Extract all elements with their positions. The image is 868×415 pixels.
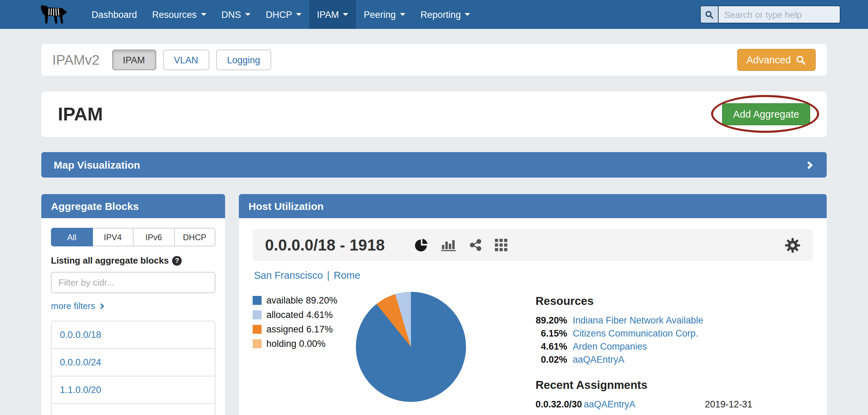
app-root: Dashboard Resources DNS DHCP IPAM Peerin…	[0, 0, 868, 415]
grid-icon[interactable]	[495, 239, 507, 251]
nav-item-dhcp[interactable]: DHCP	[258, 0, 309, 29]
chevron-right-icon	[98, 303, 104, 309]
chevron-down-icon	[245, 13, 251, 16]
resource-pct: 0.02%	[536, 354, 567, 365]
global-search	[700, 6, 840, 23]
bar-chart-icon[interactable]	[441, 239, 456, 251]
legend-pct: 6.17%	[306, 324, 333, 334]
page-title: IPAM	[58, 104, 103, 125]
tab-logging[interactable]: Logging	[216, 50, 271, 70]
nav-item-label: Resources	[152, 9, 197, 20]
nav-item-label: IPAM	[317, 9, 339, 20]
chevron-down-icon	[400, 13, 405, 16]
resource-pct: 4.61%	[536, 341, 567, 352]
recent-assignments-heading: Recent Assignments	[536, 379, 752, 392]
utilization-pie	[356, 292, 466, 402]
tab-vlan[interactable]: VLAN	[163, 50, 209, 70]
host-utilization-panel: Host Utilization 0.0.0.0/18 - 1918	[239, 194, 827, 415]
resource-link[interactable]: aaQAEntryA	[573, 354, 752, 365]
filter-dhcp[interactable]: DHCP	[174, 228, 215, 246]
assignment-cidr: 0.0.8.0/22	[536, 414, 578, 415]
location-link-san-franscisco[interactable]: San Franscisco	[254, 270, 323, 281]
aggregate-block-link[interactable]: 1.1.0.0/20	[52, 376, 215, 404]
host-utilization-body: 0.0.0.0/18 - 1918	[239, 218, 827, 415]
aggregate-blocks-header: Aggregate Blocks	[41, 194, 225, 218]
nav-item-label: Peering	[364, 9, 396, 20]
filter-ipv6[interactable]: IPv6	[134, 228, 174, 246]
legend-item: holding 0.00%	[253, 339, 356, 349]
cidr-filter-input[interactable]	[51, 272, 215, 293]
legend-pct: 0.00%	[299, 339, 326, 349]
recent-assignment-row: 0.0.32.0/30 aaQAEntryA 2019-12-31	[536, 399, 752, 409]
legend-label: holding	[266, 339, 296, 349]
share-icon[interactable]	[469, 239, 482, 251]
legend-pct: 4.61%	[306, 310, 333, 320]
aggregate-block-link[interactable]: 0.0.0.0/18	[52, 321, 215, 349]
resource-link[interactable]: Arden Companies	[573, 341, 752, 352]
zebra-logo-image	[39, 4, 67, 25]
map-visualization-label: Map Visualization	[54, 159, 140, 171]
nav-item-label: DHCP	[266, 9, 292, 20]
resources-column: Resources 89.20% Indiana Fiber Network A…	[536, 292, 752, 415]
resource-row: 4.61% Arden Companies	[536, 341, 752, 352]
search-input[interactable]	[719, 6, 840, 23]
listing-label: Listing all aggregate blocks ?	[51, 255, 215, 266]
legend-pct: 89.20%	[306, 295, 338, 306]
filter-ipv4[interactable]: IPV4	[93, 228, 134, 246]
location-link-rome[interactable]: Rome	[334, 270, 360, 281]
search-icon[interactable]	[701, 6, 719, 23]
recent-assignment-row: 0.0.8.0/22 Citizens Communication Corp. …	[536, 414, 752, 415]
aggregate-block-link[interactable]	[52, 404, 215, 415]
block-title: 0.0.0.0/18 - 1918	[265, 236, 385, 254]
nav-item-ipam[interactable]: IPAM	[309, 0, 356, 29]
gear-icon[interactable]	[785, 237, 801, 253]
pie-chart-icon[interactable]	[414, 238, 428, 252]
advanced-label: Advanced	[747, 54, 791, 65]
ipam-page-header: IPAM Add Aggregate	[41, 92, 827, 137]
nav-item-label: DNS	[221, 9, 241, 20]
add-aggregate-button[interactable]: Add Aggregate	[722, 103, 810, 125]
resource-pct: 89.20%	[536, 315, 567, 326]
assignment-link[interactable]: Citizens Communication Corp.	[584, 414, 699, 415]
pie-legend: available 89.20% allocated 4.61% assigne…	[253, 292, 356, 415]
legend-swatch	[253, 310, 262, 319]
ipamv2-toolbar: IPAMv2 IPAM VLAN Logging Advanced	[41, 44, 827, 76]
view-toggle-icons	[414, 238, 507, 252]
tab-ipam[interactable]: IPAM	[112, 50, 156, 70]
chevron-down-icon	[465, 13, 470, 16]
resource-row: 6.15% Citizens Communication Corp.	[536, 328, 752, 339]
more-filters-link[interactable]: more filters	[51, 301, 104, 311]
aggregate-blocks-panel: Aggregate Blocks All IPV4 IPv6 DHCP List…	[41, 194, 225, 415]
resource-link[interactable]: Indiana Fiber Network Available	[573, 315, 752, 326]
location-separator: |	[327, 270, 330, 281]
aggregate-filter-group: All IPV4 IPv6 DHCP	[51, 228, 215, 246]
main-nav: Dashboard Resources DNS DHCP IPAM Peerin…	[84, 0, 478, 29]
assignment-link[interactable]: aaQAEntryA	[584, 399, 699, 409]
legend-item: available 89.20%	[253, 295, 356, 306]
chevron-right-icon	[805, 161, 813, 169]
legend-item: allocated 4.61%	[253, 310, 356, 320]
block-title-strip: 0.0.0.0/18 - 1918	[253, 229, 813, 261]
nav-item-dns[interactable]: DNS	[214, 0, 258, 29]
assignment-date: 2019-12-17	[705, 414, 752, 415]
map-visualization-bar[interactable]: Map Visualization	[41, 152, 827, 178]
aggregate-block-link[interactable]: 0.0.0.0/24	[52, 349, 215, 376]
resource-link[interactable]: Citizens Communication Corp.	[573, 328, 752, 339]
nav-item-dashboard[interactable]: Dashboard	[84, 0, 145, 29]
location-links: San Franscisco|Rome	[254, 270, 813, 281]
toolbar-title: IPAMv2	[52, 52, 99, 68]
utilization-chart-row: available 89.20% allocated 4.61% assigne…	[253, 292, 813, 415]
nav-item-reporting[interactable]: Reporting	[413, 0, 478, 29]
nav-item-peering[interactable]: Peering	[356, 0, 413, 29]
help-icon[interactable]: ?	[172, 256, 182, 265]
filter-all[interactable]: All	[51, 228, 93, 246]
resources-heading: Resources	[536, 295, 752, 308]
nav-item-resources[interactable]: Resources	[145, 0, 214, 29]
advanced-button[interactable]: Advanced	[737, 49, 816, 71]
legend-swatch	[253, 296, 262, 305]
chevron-down-icon	[296, 13, 302, 16]
zebra-logo[interactable]	[39, 4, 67, 25]
legend-swatch	[253, 339, 262, 348]
aggregate-block-list: 0.0.0.0/18 0.0.0.0/24 1.1.0.0/20	[51, 321, 215, 415]
panels-row: Aggregate Blocks All IPV4 IPv6 DHCP List…	[41, 194, 827, 415]
